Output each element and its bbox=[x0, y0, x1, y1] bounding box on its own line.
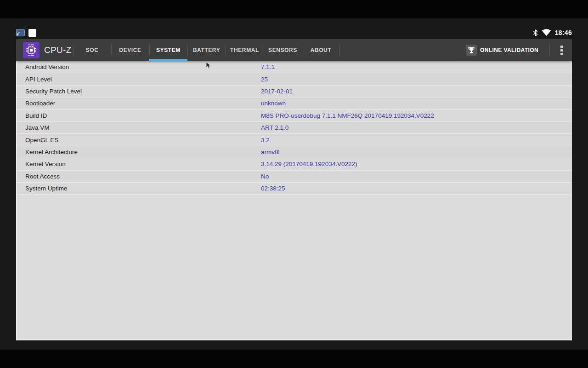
row-security-patch-level: Security Patch Level 2017-02-01 bbox=[17, 86, 572, 98]
info-label: API Level bbox=[17, 76, 52, 83]
overflow-menu-icon[interactable] bbox=[556, 43, 566, 57]
status-bar-system-icons: 18:46 bbox=[533, 29, 572, 36]
online-validation-button[interactable]: ONLINE VALIDATION bbox=[466, 42, 543, 58]
info-label: Android Version bbox=[17, 63, 69, 70]
row-api-level: API Level 25 bbox=[17, 73, 572, 85]
online-validation-label: ONLINE VALIDATION bbox=[480, 47, 538, 53]
active-tab-indicator bbox=[149, 59, 187, 61]
row-root-access: Root Access No bbox=[17, 171, 572, 183]
info-value: 02:38:25 bbox=[261, 185, 285, 192]
tab-system[interactable]: SYSTEM bbox=[149, 39, 187, 61]
cpuz-logo-icon bbox=[23, 42, 40, 58]
system-info-list: Android Version 7.1.1 API Level 25 Secur… bbox=[16, 61, 572, 340]
trophy-icon bbox=[466, 45, 477, 56]
row-android-version: Android Version 7.1.1 bbox=[17, 61, 572, 73]
info-value: M8S PRO-userdebug 7.1.1 NMF26Q 20170419.… bbox=[261, 112, 434, 119]
app-bar: CPU-Z SOC DEVICE SYSTEM BATTERY THERMAL … bbox=[16, 39, 572, 61]
info-value: No bbox=[261, 173, 269, 180]
info-label: Root Access bbox=[17, 173, 60, 180]
status-bar: 18:46 bbox=[16, 27, 572, 39]
row-build-id: Build ID M8S PRO-userdebug 7.1.1 NMF26Q … bbox=[17, 110, 572, 122]
info-label: Java VM bbox=[17, 124, 50, 131]
info-value: 2017-02-01 bbox=[261, 88, 293, 95]
tab-device[interactable]: DEVICE bbox=[111, 39, 149, 61]
tab-sensors[interactable]: SENSORS bbox=[264, 39, 302, 61]
wifi-icon bbox=[542, 29, 551, 36]
row-opengl-es: OpenGL ES 3.2 bbox=[17, 134, 572, 146]
status-bar-clock: 18:46 bbox=[555, 29, 572, 36]
cast-icon bbox=[16, 29, 25, 36]
info-label: Security Patch Level bbox=[17, 88, 82, 95]
status-bar-notifications bbox=[16, 29, 36, 37]
tab-thermal[interactable]: THERMAL bbox=[226, 39, 264, 61]
info-value: 25 bbox=[261, 76, 268, 83]
tab-battery[interactable]: BATTERY bbox=[187, 39, 226, 61]
tv-screenshot: { "colors": { "accent": "#58ade1", "valu… bbox=[0, 0, 588, 368]
info-value: unknown bbox=[261, 100, 286, 107]
tab-soc[interactable]: SOC bbox=[73, 39, 111, 61]
bluetooth-icon bbox=[533, 29, 538, 36]
info-label: Bootloader bbox=[17, 100, 55, 107]
info-value: 7.1.1 bbox=[261, 63, 275, 70]
info-label: Kernel Version bbox=[17, 161, 66, 167]
app-brand: CPU-Z bbox=[16, 39, 73, 61]
row-kernel-architecture: Kernel Architecture armv8l bbox=[17, 146, 572, 158]
info-value: armv8l bbox=[261, 149, 280, 155]
app-bar-actions: ONLINE VALIDATION bbox=[466, 39, 572, 61]
info-value: 3.2 bbox=[261, 137, 270, 144]
row-kernel-version: Kernel Version 3.14.29 (20170419.192034.… bbox=[17, 158, 572, 170]
tv-screen-background: 18:46 bbox=[0, 18, 588, 350]
row-bootloader: Bootloader unknown bbox=[17, 98, 572, 109]
row-system-uptime: System Uptime 02:38:25 bbox=[17, 183, 572, 195]
row-java-vm: Java VM ART 2.1.0 bbox=[17, 122, 572, 134]
cpuz-app-window: CPU-Z SOC DEVICE SYSTEM BATTERY THERMAL … bbox=[16, 39, 572, 340]
tab-about[interactable]: ABOUT bbox=[302, 39, 340, 61]
app-bar-divider bbox=[549, 44, 550, 57]
app-square-icon bbox=[28, 29, 36, 37]
info-value: 3.14.29 (20170419.192034.V0222) bbox=[261, 161, 357, 167]
mouse-cursor bbox=[206, 62, 212, 69]
info-label: Build ID bbox=[17, 112, 47, 119]
info-label: System Uptime bbox=[17, 185, 68, 192]
info-value: ART 2.1.0 bbox=[261, 124, 288, 131]
info-label: OpenGL ES bbox=[17, 137, 58, 144]
info-label: Kernel Architecture bbox=[17, 149, 78, 155]
app-title: CPU-Z bbox=[44, 45, 72, 55]
tab-bar: SOC DEVICE SYSTEM BATTERY THERMAL SENSOR… bbox=[73, 39, 340, 61]
